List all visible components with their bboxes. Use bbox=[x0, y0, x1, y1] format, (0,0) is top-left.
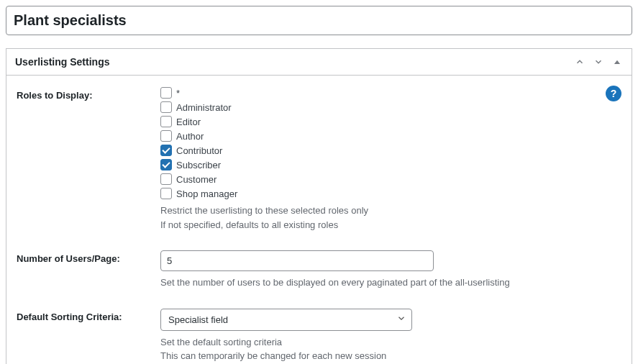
role-checkbox-administrator[interactable] bbox=[160, 101, 172, 113]
roles-field: Roles to Display: * Administrator Editor… bbox=[17, 87, 621, 232]
role-option-editor[interactable]: Editor bbox=[160, 116, 621, 127]
title-container: Plant specialists bbox=[6, 6, 632, 35]
role-checkbox-all[interactable] bbox=[160, 87, 172, 99]
settings-panel: Userlisting Settings ? Roles to Display:… bbox=[6, 48, 632, 364]
page-title: Plant specialists bbox=[14, 12, 624, 29]
role-checkbox-author[interactable] bbox=[160, 130, 172, 142]
perpage-input[interactable] bbox=[160, 250, 434, 271]
role-option-label: Shop manager bbox=[176, 188, 237, 199]
roles-desc-2: If not specified, defaults to all existi… bbox=[160, 218, 621, 232]
sorting-select[interactable]: Specialist field bbox=[160, 309, 412, 331]
roles-label: Roles to Display: bbox=[17, 87, 160, 101]
panel-heading: Userlisting Settings bbox=[15, 56, 109, 68]
sorting-label: Default Sorting Criteria: bbox=[17, 309, 160, 322]
role-option-author[interactable]: Author bbox=[160, 130, 621, 142]
role-checkbox-subscriber[interactable] bbox=[160, 159, 172, 170]
role-option-label: Editor bbox=[176, 117, 201, 127]
role-option-label: Subscriber bbox=[176, 160, 221, 170]
move-down-icon[interactable] bbox=[593, 56, 604, 68]
role-option-label: Author bbox=[176, 131, 204, 142]
roles-control: * Administrator Editor Author Contributo… bbox=[160, 87, 621, 232]
move-up-icon[interactable] bbox=[574, 56, 585, 68]
role-checkbox-contributor[interactable] bbox=[160, 145, 172, 156]
perpage-field: Number of Users/Page: Set the number of … bbox=[17, 250, 621, 290]
sorting-select-wrap: Specialist field bbox=[160, 309, 412, 331]
role-option-all[interactable]: * bbox=[160, 87, 621, 99]
role-option-customer[interactable]: Customer bbox=[160, 173, 621, 185]
perpage-desc: Set the number of users to be displayed … bbox=[160, 276, 621, 290]
sorting-desc-1: Set the default sorting criteria bbox=[160, 335, 621, 350]
role-option-shop-manager[interactable]: Shop manager bbox=[160, 188, 621, 199]
sorting-field: Default Sorting Criteria: Specialist fie… bbox=[17, 309, 621, 363]
role-option-label: * bbox=[176, 88, 180, 99]
role-option-label: Administrator bbox=[176, 102, 232, 113]
role-option-contributor[interactable]: Contributor bbox=[160, 145, 621, 156]
role-option-subscriber[interactable]: Subscriber bbox=[160, 159, 621, 170]
toggle-panel-icon[interactable] bbox=[611, 56, 623, 68]
help-icon[interactable]: ? bbox=[606, 86, 621, 101]
panel-body: ? Roles to Display: * Administrator Edit… bbox=[6, 76, 632, 364]
panel-header: Userlisting Settings bbox=[6, 49, 632, 76]
perpage-control: Set the number of users to be displayed … bbox=[160, 250, 621, 290]
role-checkbox-editor[interactable] bbox=[160, 116, 172, 127]
role-option-administrator[interactable]: Administrator bbox=[160, 101, 621, 113]
role-option-label: Customer bbox=[176, 174, 217, 185]
roles-desc-1: Restrict the userlisting to these select… bbox=[160, 204, 621, 218]
panel-header-actions bbox=[574, 56, 623, 68]
role-checkbox-shop-manager[interactable] bbox=[160, 188, 172, 199]
sorting-control: Specialist field Set the default sorting… bbox=[160, 309, 621, 363]
sorting-desc-2: This can temporarily be changed for each… bbox=[160, 349, 621, 363]
perpage-label: Number of Users/Page: bbox=[17, 250, 160, 264]
svg-marker-0 bbox=[614, 60, 620, 64]
role-checkbox-customer[interactable] bbox=[160, 173, 172, 185]
role-option-label: Contributor bbox=[176, 145, 222, 156]
